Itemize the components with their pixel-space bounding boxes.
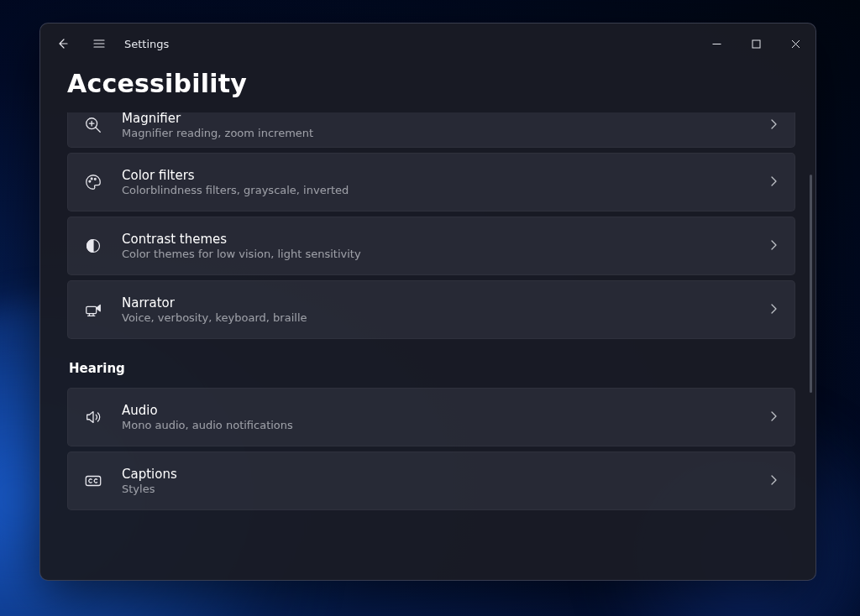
card-title: Narrator: [122, 295, 768, 311]
chevron-right-icon: [768, 238, 779, 254]
card-text: Captions Styles: [122, 467, 768, 495]
half-circle-icon: [83, 236, 103, 256]
setting-card-contrast-themes[interactable]: Contrast themes Color themes for low vis…: [67, 217, 795, 275]
magnifier-plus-icon: [83, 115, 103, 135]
svg-point-2: [89, 180, 91, 182]
chevron-right-icon: [768, 473, 779, 489]
window-caption-controls: [697, 31, 815, 57]
close-button[interactable]: [776, 31, 815, 57]
closed-captions-icon: [83, 471, 103, 491]
close-icon: [791, 39, 800, 49]
card-text: Color filters Colorblindness filters, gr…: [122, 168, 768, 196]
scrollbar-thumb[interactable]: [810, 175, 812, 393]
card-subtitle: Color themes for low vision, light sensi…: [122, 248, 768, 260]
setting-card-captions[interactable]: Captions Styles: [67, 452, 795, 510]
card-text: Contrast themes Color themes for low vis…: [122, 232, 768, 260]
card-text: Audio Mono audio, audio notifications: [122, 403, 768, 431]
chevron-right-icon: [768, 117, 779, 133]
card-text: Narrator Voice, verbosity, keyboard, bra…: [122, 295, 768, 324]
card-text: Magnifier Magnifier reading, zoom increm…: [122, 112, 768, 139]
setting-card-audio[interactable]: Audio Mono audio, audio notifications: [67, 388, 795, 446]
setting-card-magnifier[interactable]: Magnifier Magnifier reading, zoom increm…: [67, 112, 795, 148]
svg-rect-7: [86, 477, 100, 486]
card-subtitle: Colorblindness filters, grayscale, inver…: [122, 184, 768, 196]
svg-rect-0: [752, 40, 760, 48]
chevron-right-icon: [768, 302, 779, 318]
section-header-hearing: Hearing: [69, 361, 795, 376]
setting-card-narrator[interactable]: Narrator Voice, verbosity, keyboard, bra…: [67, 280, 795, 339]
card-subtitle: Styles: [122, 483, 768, 495]
card-subtitle: Mono audio, audio notifications: [122, 419, 768, 431]
back-button[interactable]: [44, 27, 81, 60]
svg-point-3: [91, 178, 92, 180]
minimize-icon: [712, 39, 721, 49]
content-area: Accessibility Magnifier Magnifier readin…: [40, 64, 815, 580]
card-subtitle: Voice, verbosity, keyboard, braille: [122, 311, 768, 324]
page-heading: Accessibility: [67, 69, 802, 98]
narrator-icon: [83, 300, 103, 320]
hamburger-menu-button[interactable]: [81, 27, 118, 60]
setting-card-color-filters[interactable]: Color filters Colorblindness filters, gr…: [67, 153, 795, 211]
chevron-right-icon: [768, 410, 779, 425]
app-title: Settings: [124, 38, 169, 50]
maximize-icon: [752, 39, 761, 49]
chevron-right-icon: [768, 175, 779, 191]
svg-point-4: [94, 178, 96, 180]
titlebar: Settings: [40, 23, 815, 64]
card-subtitle: Magnifier reading, zoom increment: [122, 127, 768, 139]
card-title: Captions: [122, 467, 768, 482]
card-title: Magnifier: [122, 112, 768, 126]
card-title: Audio: [122, 403, 768, 418]
card-title: Color filters: [122, 168, 768, 183]
settings-window: Settings Accessibility Magnifier: [39, 23, 816, 581]
svg-rect-6: [87, 306, 97, 313]
hamburger-icon: [92, 37, 106, 50]
card-title: Contrast themes: [122, 232, 768, 247]
settings-scroll-area[interactable]: Magnifier Magnifier reading, zoom increm…: [67, 112, 795, 580]
speaker-icon: [83, 407, 103, 427]
arrow-left-icon: [55, 37, 69, 50]
minimize-button[interactable]: [697, 31, 737, 57]
maximize-button[interactable]: [737, 31, 776, 57]
palette-icon: [83, 172, 103, 192]
